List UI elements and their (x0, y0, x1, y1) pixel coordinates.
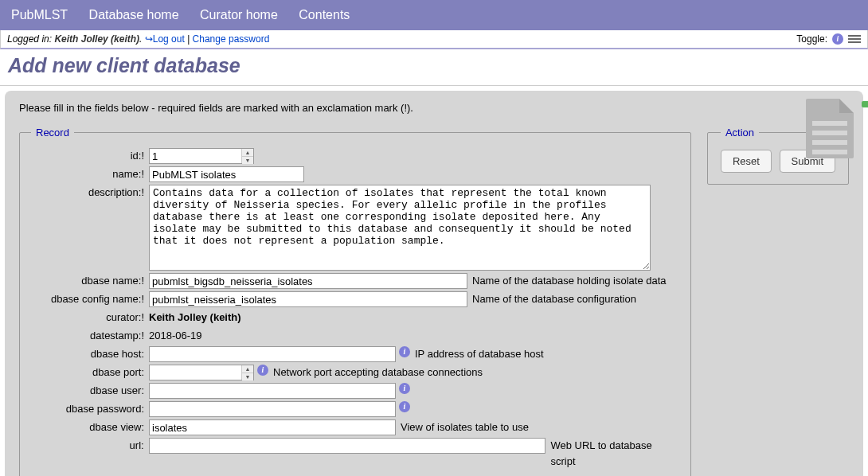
id-input[interactable] (150, 149, 241, 163)
dbase-name-input[interactable] (149, 273, 467, 289)
nav-pubmlst[interactable]: PubMLST (11, 8, 68, 21)
dbase-host-info-icon[interactable]: i (399, 346, 410, 357)
logged-in-label: Logged in: (7, 33, 54, 45)
dbase-user-info-icon[interactable]: i (399, 383, 410, 394)
record-fieldset: Record id:! ▲▼ name:! description:! Cont… (19, 127, 691, 476)
status-bar: Logged in: Keith Jolley (keith). ↪Log ou… (0, 30, 868, 49)
nav-curator-home[interactable]: Curator home (200, 8, 278, 21)
dbase-view-note: View of isolates table to use (401, 419, 529, 435)
curator-value: Keith Jolley (keith) (149, 310, 241, 326)
id-field[interactable]: ▲▼ (149, 148, 254, 164)
dbase-password-info-icon[interactable]: i (399, 401, 410, 412)
top-nav: PubMLST Database home Curator home Conte… (0, 0, 868, 30)
dbase-host-input[interactable] (149, 346, 396, 362)
url-label: url: (31, 438, 149, 454)
main-panel: Please fill in the fields below - requir… (5, 91, 863, 476)
action-legend: Action (721, 127, 759, 139)
hamburger-menu-icon[interactable] (848, 35, 861, 43)
datestamp-label: datestamp:! (31, 328, 149, 344)
dbase-port-note: Network port accepting database connecti… (273, 365, 483, 380)
id-label: id:! (31, 148, 149, 164)
name-input[interactable] (149, 166, 304, 182)
logout-link[interactable]: ↪Log out (145, 33, 185, 45)
dbase-password-input[interactable] (149, 401, 396, 417)
url-note: Web URL to database script (550, 438, 678, 470)
nav-database-home[interactable]: Database home (89, 8, 179, 21)
name-label: name:! (31, 166, 149, 182)
dbase-port-field[interactable]: ▲▼ (149, 365, 254, 380)
dbase-port-spinner-buttons[interactable]: ▲▼ (241, 365, 253, 380)
dbase-user-label: dbase user: (31, 383, 149, 399)
description-textarea[interactable]: Contains data for a collection of isolat… (149, 185, 651, 271)
id-spinner-buttons[interactable]: ▲▼ (241, 149, 253, 163)
reset-button[interactable]: Reset (721, 150, 772, 173)
nav-contents[interactable]: Contents (299, 8, 350, 21)
toggle-label: Toggle: (796, 33, 827, 45)
dbase-view-label: dbase view: (31, 419, 149, 435)
dbase-view-input[interactable] (149, 419, 396, 435)
form-hint: Please fill in the fields below - requir… (19, 102, 849, 114)
add-document-icon (806, 99, 855, 162)
change-password-link[interactable]: Change password (193, 33, 270, 45)
page-title: Add new client database (0, 49, 868, 86)
url-input[interactable] (149, 438, 546, 454)
current-user: Keith Jolley (keith) (54, 33, 139, 45)
datestamp-value: 2018-06-19 (149, 328, 202, 344)
dbase-port-input[interactable] (150, 365, 241, 380)
curator-label: curator:! (31, 310, 149, 326)
dbase-password-label: dbase password: (31, 401, 149, 417)
record-legend: Record (31, 127, 74, 139)
dbase-user-input[interactable] (149, 383, 396, 399)
dbase-name-label: dbase name:! (31, 273, 149, 289)
dbase-host-label: dbase host: (31, 346, 149, 362)
dbase-port-label: dbase port: (31, 365, 149, 380)
dbase-host-note: IP address of database host (415, 346, 544, 362)
description-label: description:! (31, 185, 149, 201)
dbase-config-name-label: dbase config name:! (31, 291, 149, 307)
dbase-name-note: Name of the database holding isolate dat… (472, 273, 667, 289)
dbase-config-name-input[interactable] (149, 291, 467, 307)
dbase-config-name-note: Name of the database configuration (472, 291, 636, 307)
dbase-port-info-icon[interactable]: i (257, 365, 268, 376)
toggle-info-icon[interactable]: i (832, 33, 843, 45)
